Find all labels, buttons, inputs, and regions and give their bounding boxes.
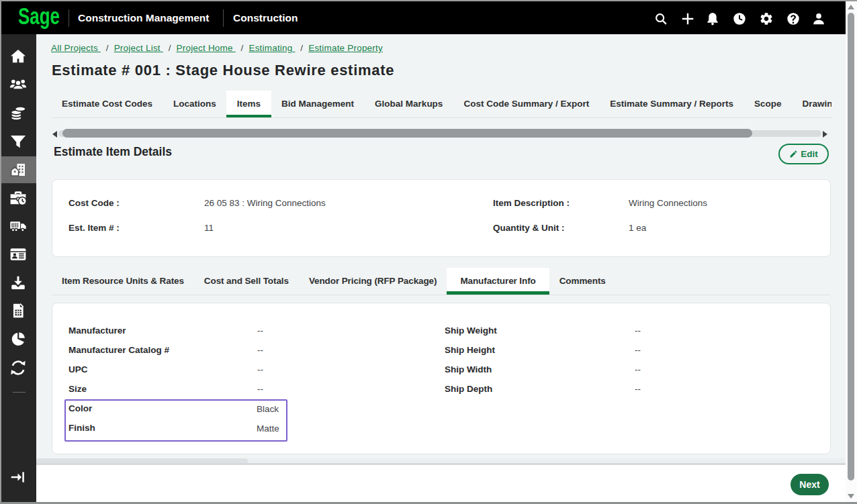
svg-text:Sage: Sage bbox=[18, 3, 60, 29]
